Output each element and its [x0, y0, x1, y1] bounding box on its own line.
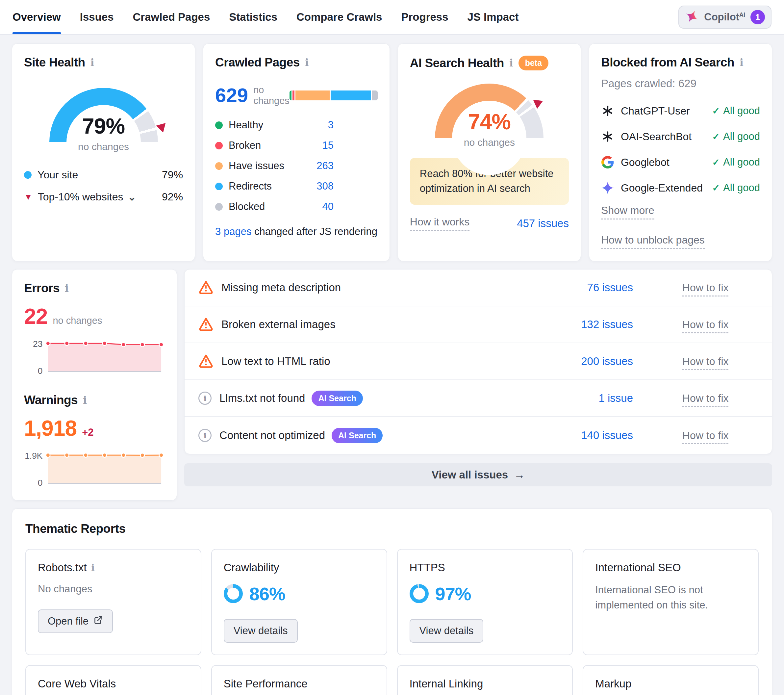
report-title: Robots.txt: [38, 562, 87, 574]
core-web-vitals-card: Core Web Vitals 80% +30 View details: [25, 665, 201, 695]
bot-row-googlebot: Googlebot ✓All good: [601, 156, 760, 169]
check-icon: ✓: [712, 131, 720, 142]
healthy-count-link[interactable]: 3: [328, 119, 334, 131]
tab-compare-crawls[interactable]: Compare Crawls: [296, 0, 382, 34]
bot-name: Google-Extended: [621, 182, 703, 194]
crawled-pages-legend: Healthy3 Broken15 Have issues263 Redirec…: [215, 119, 334, 212]
ai-issues-link[interactable]: 457 issues: [517, 217, 569, 230]
site-performance-card: Site Performance 100% View details: [211, 665, 387, 695]
view-details-button[interactable]: View details: [224, 619, 298, 643]
top-navigation: Overview Issues Crawled Pages Statistics…: [0, 0, 784, 35]
legend-value: 79%: [162, 169, 183, 181]
report-title: Site Performance: [224, 678, 308, 690]
info-icon[interactable]: i: [91, 563, 95, 572]
issue-label: Broken external images: [221, 318, 336, 331]
markup-card: Markup 99% View details: [583, 665, 759, 695]
bot-name: ChatGPT-User: [621, 105, 690, 117]
how-it-works-link[interactable]: How it works: [410, 216, 469, 231]
info-icon[interactable]: i: [83, 395, 87, 405]
site-health-value: 79%: [49, 114, 158, 138]
blocked-ai-title: Blocked from AI Search: [601, 56, 734, 69]
how-to-unblock-link[interactable]: How to unblock pages: [601, 234, 705, 249]
warnings-title: Warnings: [24, 393, 77, 407]
how-to-fix-link[interactable]: How to fix: [682, 392, 728, 407]
tab-statistics[interactable]: Statistics: [229, 0, 277, 34]
view-details-button[interactable]: View details: [410, 619, 484, 643]
top-issues-card: Missing meta description 76 issues How t…: [184, 269, 772, 454]
crawled-pages-total[interactable]: 629: [215, 84, 248, 107]
errors-value: 22: [24, 304, 48, 329]
external-link-icon: [94, 615, 103, 627]
info-icon[interactable]: i: [509, 58, 513, 68]
ai-search-gauge: 74% no changes: [435, 84, 544, 150]
copilot-icon: [685, 10, 699, 25]
international-seo-card: International SEO International SEO is n…: [583, 549, 759, 655]
tab-progress[interactable]: Progress: [401, 0, 448, 34]
chevron-down-icon[interactable]: ⌄: [128, 194, 136, 200]
ai-search-health-title: AI Search Health: [410, 56, 504, 70]
legend-item-blocked: Blocked40: [215, 201, 334, 212]
legend-item-redirects: Redirects308: [215, 180, 334, 192]
issue-count-link[interactable]: 1 issue: [547, 392, 633, 404]
blue-dot-icon: [215, 183, 223, 190]
report-title: HTTPS: [410, 562, 445, 574]
show-more-link[interactable]: Show more: [601, 204, 654, 219]
warnings-value: 1,918: [24, 416, 77, 441]
info-icon[interactable]: i: [91, 58, 94, 68]
blocked-count-link[interactable]: 40: [323, 201, 334, 212]
how-to-fix-link[interactable]: How to fix: [682, 430, 728, 444]
tab-bar: Overview Issues Crawled Pages Statistics…: [13, 0, 519, 34]
pages-crawled-label: Pages crawled: 629: [601, 77, 760, 90]
check-icon: ✓: [712, 105, 720, 117]
ai-search-badge: AI Search: [332, 428, 383, 443]
report-title: Core Web Vitals: [38, 678, 116, 690]
red-triangle-icon: ▼: [24, 192, 33, 202]
errors-change: no changes: [53, 315, 102, 326]
tab-overview[interactable]: Overview: [13, 0, 61, 34]
crawled-pages-card: Crawled Pages i 629 no changes Healthy3 …: [203, 43, 390, 261]
report-title: Markup: [595, 678, 631, 690]
issue-count-link[interactable]: 200 issues: [547, 355, 633, 367]
copilot-button[interactable]: CopilotAI 1: [679, 6, 771, 29]
info-icon[interactable]: i: [305, 58, 309, 68]
issue-count-link[interactable]: 140 issues: [547, 429, 633, 441]
ai-search-badge: AI Search: [311, 390, 362, 406]
site-health-gauge: 79% no changes: [49, 88, 158, 154]
bot-name: OAI-SearchBot: [621, 131, 692, 143]
crawled-pages-stacked-bar: [290, 91, 378, 100]
how-to-fix-link[interactable]: How to fix: [682, 356, 728, 370]
arrow-right-icon: →: [514, 469, 525, 481]
report-score: 97%: [435, 583, 471, 604]
open-file-button[interactable]: Open file: [38, 609, 113, 633]
info-icon[interactable]: i: [65, 283, 69, 293]
warnings-sparkline: 1.9K0: [24, 450, 165, 489]
bot-status: ✓All good: [712, 156, 760, 168]
legend-item-have-issues: Have issues263: [215, 160, 334, 172]
issue-count-link[interactable]: 76 issues: [547, 282, 633, 294]
have-issues-count-link[interactable]: 263: [316, 160, 334, 172]
tab-crawled-pages[interactable]: Crawled Pages: [133, 0, 210, 34]
info-icon[interactable]: i: [740, 58, 743, 68]
copilot-count-badge: 1: [751, 10, 765, 24]
tab-js-impact[interactable]: JS Impact: [468, 0, 519, 34]
tab-issues[interactable]: Issues: [80, 0, 114, 34]
issue-row-broken-images: Broken external images 132 issues How to…: [184, 306, 772, 343]
bot-status: ✓All good: [712, 182, 760, 194]
issue-row-content-not-optimized: i Content not optimized AI Search 140 is…: [184, 417, 772, 454]
bar-segment-have-issues: [295, 91, 331, 100]
copilot-label: CopilotAI: [704, 11, 745, 23]
js-rendering-note: 3 pages changed after JS rendering: [215, 226, 378, 237]
issue-count-link[interactable]: 132 issues: [547, 318, 633, 331]
pages-changed-link[interactable]: 3 pages: [215, 226, 251, 237]
how-to-fix-link[interactable]: How to fix: [682, 318, 728, 333]
issue-label: Content not optimized: [219, 429, 325, 441]
view-all-issues-button[interactable]: View all issues→: [184, 463, 772, 486]
warning-triangle-icon: [198, 316, 214, 333]
how-to-fix-link[interactable]: How to fix: [682, 282, 728, 296]
broken-count-link[interactable]: 15: [323, 140, 334, 152]
check-icon: ✓: [712, 183, 720, 193]
crawlability-donut: [224, 584, 243, 603]
redirects-count-link[interactable]: 308: [316, 180, 334, 192]
https-donut: [410, 584, 429, 603]
svg-text:0: 0: [38, 478, 43, 488]
